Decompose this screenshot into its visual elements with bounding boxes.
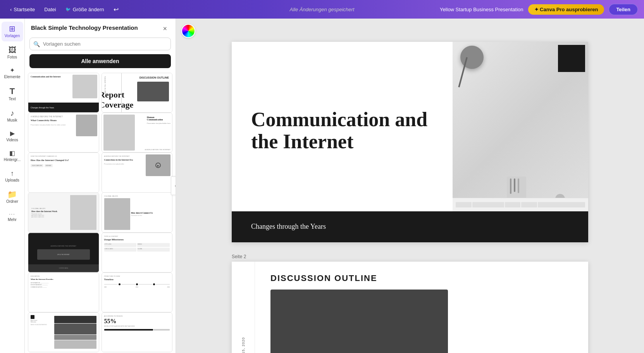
slide-page-2: Seite 2 Comstech • Oct. 15, 2020 DISCUSS… [232, 254, 588, 353]
search-icon: 🔍 [33, 41, 40, 47]
canva-pro-button[interactable]: ✦ Canva Pro ausprobieren [528, 4, 604, 15]
grid-icon: ⊞ [9, 25, 15, 33]
presentation-name: Yellow Startup Business Presentation [440, 7, 523, 12]
template-panel: Black Simple Technology Presentation × 🔍… [25, 19, 176, 353]
sidebar-item-hintergrund[interactable]: ◧ Hintergr... [2, 147, 23, 165]
template-thumb-5[interactable]: HOW THE INTERNET CHANGED US How Has the … [28, 153, 99, 192]
color-picker-icon[interactable] [181, 24, 195, 38]
slide2-left-strip: Comstech • Oct. 15, 2020 [232, 262, 255, 353]
template-thumb-14[interactable]: ACCORDING TO REGION 55% WORLD POPULATION… [102, 312, 173, 352]
sidebar-item-musik[interactable]: ♪ Musik [2, 106, 23, 126]
folder-icon: 📁 [7, 190, 17, 198]
slide2-center: DISCUSSION OUTLINE [255, 262, 463, 353]
slide1-left: Communication and the Internet [232, 42, 453, 211]
groesse-button[interactable]: 🐦 Größe ändern [62, 5, 108, 14]
sidebar-label-vorlagen: Vorlagen [5, 34, 20, 38]
template-thumb-1[interactable]: Communication and the Internet Changes t… [28, 73, 99, 113]
sidebar-label-musik: Musik [7, 118, 17, 123]
slide2-date: Comstech • Oct. 15, 2020 [241, 337, 245, 353]
slide1-top: Communication and the Internet [232, 42, 588, 211]
slide-page-1: Communication and the Internet [232, 42, 588, 242]
template-panel-header: Black Simple Technology Presentation × [25, 19, 176, 38]
close-panel-button[interactable]: × [160, 24, 169, 34]
search-bar: 🔍 [29, 38, 171, 50]
main-layout: ⊞ Vorlagen 🖼 Fotos ✦ Elemente T Text ♪ M… [0, 19, 644, 353]
slide1-bar-text: Changes through the Years [251, 223, 326, 231]
slide2-right: Report Coverage [463, 262, 588, 353]
sidebar-item-mehr[interactable]: ··· Mehr [2, 209, 23, 225]
upload-icon: ↑ [10, 170, 14, 177]
slide-container-2[interactable]: Comstech • Oct. 15, 2020 DISCUSSION OUTL… [232, 262, 588, 353]
sidebar-label-mehr: Mehr [8, 218, 17, 222]
slide-container-1[interactable]: Communication and the Internet [232, 42, 588, 242]
elements-icon: ✦ [10, 67, 15, 74]
undo-button[interactable]: ↩ [110, 4, 122, 15]
nav-right: Yellow Startup Business Presentation ✦ C… [440, 4, 638, 15]
background-icon: ◧ [9, 150, 15, 156]
geo-shape-decoration [558, 45, 585, 72]
photo-icon: 🖼 [9, 46, 16, 54]
crown-icon: 🐦 [65, 7, 71, 12]
slide1-right-image [453, 42, 588, 211]
music-icon: ♪ [10, 109, 14, 117]
top-navigation: ‹ Startseite Datei 🐦 Größe ändern ↩ Alle… [0, 0, 644, 19]
sidebar-label-hintergrund: Hintergr... [4, 158, 21, 162]
slide1-content: Communication and the Internet [232, 42, 588, 242]
slide1-dark-right [453, 211, 588, 242]
template-thumb-9[interactable]: A WORLD BEFORE THE INTERNET LIFE & THE I… [28, 233, 99, 272]
nav-left: ‹ Startseite Datei 🐦 Größe ändern ↩ [6, 4, 437, 15]
apply-all-button[interactable]: Alle anwenden [29, 54, 171, 68]
video-icon: ▶ [10, 130, 15, 137]
slide1-bottom: Changes through the Years [232, 211, 588, 242]
sidebar-item-ordner[interactable]: 📁 Ordner [2, 187, 23, 207]
datei-button[interactable]: Datei [40, 5, 60, 14]
sidebar-item-elemente[interactable]: ✦ Elemente [2, 64, 23, 82]
slide-page-label-2: Seite 2 [232, 254, 588, 259]
slide1-black-bar: Changes through the Years [232, 211, 453, 242]
template-thumb-12[interactable]: FROM THEN TO NOW Timeline 199020002010 [102, 272, 173, 312]
panel-collapse-handle[interactable]: ‹ [171, 176, 176, 195]
template-thumb-2[interactable]: Comstech · Oct. 15, 2020 DISCUSSION OUTL… [102, 73, 173, 113]
sidebar-item-vorlagen[interactable]: ⊞ Vorlagen [2, 22, 23, 41]
template-thumb-8[interactable]: 3 GLOBAL VALUES How does it Connect Us P… [102, 192, 173, 232]
chevron-left-icon: ‹ [10, 7, 12, 12]
template-thumb-4[interactable]: HumanCommunication Presentation text pla… [102, 113, 173, 153]
template-thumb-3[interactable]: A WORLD BEFORE THE INTERNET What Connect… [28, 113, 99, 153]
template-panel-title: Black Simple Technology Presentation [31, 24, 138, 32]
search-input[interactable] [29, 38, 171, 50]
template-thumb-7[interactable]: 3 GLOBAL VALUES How does the Internet Wo… [28, 192, 99, 232]
left-sidebar: ⊞ Vorlagen 🖼 Fotos ✦ Elemente T Text ♪ M… [0, 19, 25, 353]
canvas-area: Communication and the Internet [176, 19, 644, 353]
sidebar-label-uploads: Uploads [5, 178, 19, 183]
text-icon: T [10, 87, 15, 96]
startseite-button[interactable]: ‹ Startseite [6, 5, 39, 14]
sidebar-item-uploads[interactable]: ↑ Uploads [2, 167, 23, 186]
slide2-keyboard-image [270, 290, 448, 353]
slide2-content: Comstech • Oct. 15, 2020 DISCUSSION OUTL… [232, 262, 588, 353]
template-thumb-10[interactable]: TOPIC & CONTENT Usage Milestones HTTP & … [102, 233, 173, 272]
sidebar-label-elemente: Elemente [4, 75, 20, 79]
sidebar-item-videos[interactable]: ▶ Videos [2, 127, 23, 146]
template-thumb-13[interactable]: ○ Most UsedWebsites BASED ON ALEXA RANKI… [28, 312, 99, 352]
sidebar-label-text: Text [9, 97, 15, 101]
keyboard-decoration [453, 198, 588, 211]
save-status: Alle Änderungen gespeichert [290, 7, 355, 12]
sidebar-item-fotos[interactable]: 🖼 Fotos [2, 43, 23, 63]
slide1-main-title: Communication and the Internet [251, 108, 433, 153]
teilen-button[interactable]: Teilen [609, 4, 638, 15]
template-thumb-6[interactable]: A WORLD BEFORE THE INTERNET Connections … [102, 153, 173, 192]
more-icon: ··· [9, 212, 15, 216]
sidebar-label-fotos: Fotos [7, 55, 17, 60]
sidebar-label-videos: Videos [6, 138, 18, 142]
sidebar-label-ordner: Ordner [6, 199, 18, 204]
template-thumb-11[interactable]: EDUCATION What the Internet Provides INF… [28, 272, 99, 312]
sidebar-item-text[interactable]: T Text [2, 84, 23, 105]
template-grid: Communication and the Internet Changes t… [25, 73, 176, 353]
slide2-outline-title: DISCUSSION OUTLINE [270, 273, 448, 283]
